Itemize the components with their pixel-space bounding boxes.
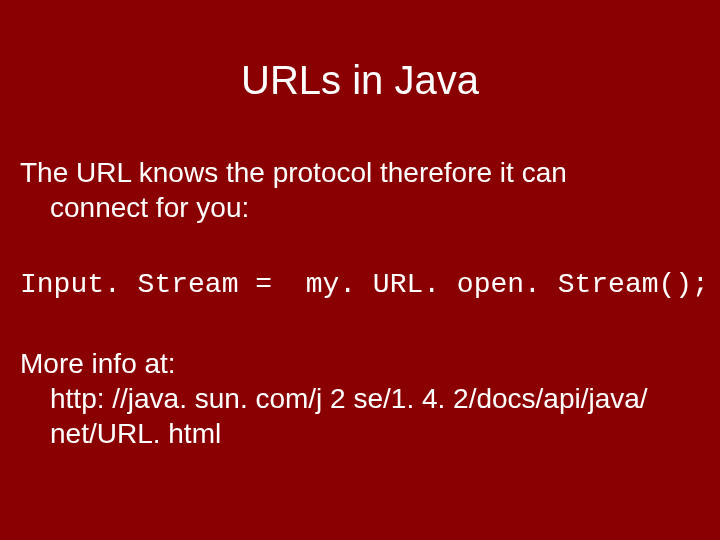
code-line: Input. Stream = my. URL. open. Stream(); [20,269,700,300]
intro-line-2: connect for you: [20,190,700,225]
intro-paragraph: The URL knows the protocol therefore it … [20,155,700,225]
more-info-url-line-1: http: //java. sun. com/j 2 se/1. 4. 2/do… [20,381,700,416]
more-info-url-line-2: net/URL. html [20,416,700,451]
slide-title: URLs in Java [20,0,700,155]
intro-line-1: The URL knows the protocol therefore it … [20,155,700,190]
slide: URLs in Java The URL knows the protocol … [0,0,720,540]
more-info-paragraph: More info at: http: //java. sun. com/j 2… [20,346,700,451]
more-info-label: More info at: [20,348,176,379]
